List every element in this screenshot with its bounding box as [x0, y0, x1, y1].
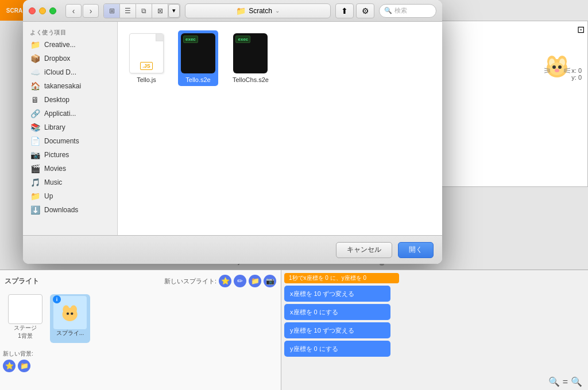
svg-point-17	[70, 305, 77, 314]
zoom-out-button[interactable]: 🔍	[548, 376, 560, 387]
add-sprite-camera-button[interactable]: 📷	[264, 275, 276, 287]
sidebar-item-applications[interactable]: 🔗 Applicati...	[23, 107, 117, 120]
stage-fullscreen-btn[interactable]: ⊡	[577, 24, 585, 35]
dropbox-icon: 📦	[30, 54, 40, 63]
minimize-button[interactable]	[39, 7, 46, 14]
add-bg-file-button[interactable]: 📁	[18, 360, 30, 372]
sidebar-item-desktop[interactable]: 🖥 Desktop	[23, 93, 117, 107]
file-name-tello-s2e: Tello.s2e	[185, 76, 210, 83]
add-sprite-pencil-button[interactable]: ✏	[234, 275, 246, 287]
sidebar: よく使う項目 📁 Creative... 📦 Dropbox ☁️ iCloud…	[23, 22, 118, 235]
svg-point-6	[552, 65, 556, 69]
sprites-grid: ステージ 1背景 i スプライ...	[3, 292, 278, 345]
music-icon: 🎵	[30, 178, 40, 187]
add-sprite-paint-button[interactable]: ⭐	[219, 275, 231, 287]
code-block-truncated: 1秒でx座標を 0 に、y座標を 0	[284, 273, 399, 283]
file-name-tello-chs: TelloChs.s2e	[233, 76, 269, 83]
file-tello-js[interactable]: .JS Tello.js	[126, 30, 167, 86]
sprite-info-badge[interactable]: i	[53, 295, 61, 303]
view-dropdown[interactable]: ▾	[168, 4, 180, 18]
sidebar-item-documents[interactable]: 📄 Documents	[23, 134, 117, 148]
action-buttons: ⬆ ⚙	[335, 3, 374, 18]
exec-file-icon-s2e: exec	[181, 33, 215, 73]
code-block-y-set[interactable]: y座標を 0 にする	[284, 341, 390, 357]
sprites-panel: スプライト 新しいスプライト: ⭐ ✏ 📁 📷 ステージ 1背景 i	[0, 270, 281, 390]
action-button[interactable]: ⚙	[356, 3, 374, 18]
bottom-panel: スプライト 新しいスプライト: ⭐ ✏ 📁 📷 ステージ 1背景 i	[0, 270, 588, 390]
cancel-button[interactable]: キャンセル	[336, 242, 392, 258]
coverflow-view-button[interactable]: ⊠	[152, 4, 168, 18]
sidebar-item-takanesakai[interactable]: 🏠 takanesakai	[23, 79, 117, 93]
search-icon: 🔍	[384, 7, 392, 14]
dialog-footer: キャンセル 開く	[23, 235, 442, 264]
up-folder-icon: 📁	[30, 192, 40, 201]
sprites-header: スプライト 新しいスプライト: ⭐ ✏ 📁 📷	[3, 273, 278, 289]
sidebar-item-icloud[interactable]: ☁️ iCloud D...	[23, 65, 117, 79]
code-block-y-change[interactable]: y座標を 10 ずつ変える	[284, 322, 390, 338]
zoom-controls: 🔍 = 🔍	[548, 376, 582, 387]
cloud-icon: ☁️	[30, 68, 40, 77]
svg-point-18	[67, 313, 69, 315]
sprite-label: スプライ...	[56, 329, 84, 337]
list-view-button[interactable]: ☰	[120, 4, 136, 18]
sidebar-item-library[interactable]: 📚 Library	[23, 120, 117, 134]
file-dialog: ‹ › ⊞ ☰ ⧉ ⊠ ▾ 📁 Scratch ⌄ ⬆ ⚙ 🔍 検索	[23, 0, 442, 264]
stage-item[interactable]: ステージ 1背景	[5, 294, 45, 340]
svg-point-8	[555, 69, 559, 72]
sprite-item[interactable]: i スプライ...	[50, 294, 90, 343]
documents-icon: 📄	[30, 136, 40, 146]
code-panel: 1秒でx座標を 0 に、y座標を 0 x座標を 10 ずつ変える x座標を 0 …	[281, 270, 588, 390]
stage-coord-display: x: 0 y: 0	[571, 67, 582, 81]
dialog-titlebar: ‹ › ⊞ ☰ ⧉ ⊠ ▾ 📁 Scratch ⌄ ⬆ ⚙ 🔍 検索	[23, 0, 442, 22]
code-block-x-change[interactable]: x座標を 10 ずつ変える	[284, 286, 390, 302]
sidebar-item-creative[interactable]: 📁 Creative...	[23, 38, 117, 52]
open-button[interactable]: 開く	[398, 242, 434, 258]
downloads-icon: ⬇️	[30, 205, 40, 214]
maximize-button[interactable]	[49, 7, 56, 14]
code-block-x-set[interactable]: x座標を 0 にする	[284, 304, 390, 320]
back-button[interactable]: ‹	[65, 4, 82, 18]
file-tello-chs[interactable]: exec TelloChs.s2e	[230, 30, 272, 86]
stage-thumbnail	[8, 294, 42, 324]
zoom-in-button[interactable]: 🔍	[571, 376, 582, 387]
add-bg-paint-button[interactable]: ⭐	[3, 360, 16, 372]
svg-point-16	[63, 305, 69, 314]
zoom-reset-button[interactable]: =	[563, 377, 568, 387]
sidebar-item-dropbox[interactable]: 📦 Dropbox	[23, 52, 117, 65]
search-bar[interactable]: 🔍 検索	[379, 4, 436, 18]
applications-icon: 🔗	[30, 109, 40, 118]
file-name-tello-js: Tello.js	[137, 76, 156, 83]
folder-icon: 📁	[30, 40, 40, 49]
movies-icon: 🎬	[30, 164, 40, 173]
sidebar-item-downloads[interactable]: ⬇️ Downloads	[23, 203, 117, 217]
dialog-body: よく使う項目 📁 Creative... 📦 Dropbox ☁️ iCloud…	[23, 22, 442, 235]
traffic-lights	[29, 7, 56, 14]
desktop-icon: 🖥	[30, 95, 40, 104]
pictures-icon: 📷	[30, 150, 40, 159]
nav-buttons: ‹ ›	[65, 4, 99, 18]
add-sprite-file-button[interactable]: 📁	[249, 275, 261, 287]
svg-point-19	[71, 313, 73, 315]
svg-point-7	[558, 65, 562, 69]
column-view-button[interactable]: ⧉	[136, 4, 152, 18]
forward-button[interactable]: ›	[83, 4, 99, 18]
js-file-icon: .JS	[129, 33, 164, 73]
sidebar-section-label: よく使う項目	[23, 26, 117, 38]
file-browser-content: .JS Tello.js exec Tello.s2e exec TelloCh…	[118, 22, 442, 235]
sidebar-item-movies[interactable]: 🎬 Movies	[23, 162, 117, 176]
home-icon: 🏠	[30, 81, 40, 91]
icon-view-button[interactable]: ⊞	[104, 4, 120, 18]
file-tello-s2e[interactable]: exec Tello.s2e	[178, 30, 218, 86]
share-button[interactable]: ⬆	[335, 3, 354, 18]
close-button[interactable]	[29, 7, 36, 14]
stage-cat	[541, 50, 573, 84]
code-blocks-list: x座標を 10 ずつ変える x座標を 0 にする y座標を 10 ずつ変える y…	[284, 286, 585, 357]
view-buttons: ⊞ ☰ ⧉ ⊠ ▾	[103, 3, 180, 18]
sidebar-item-music[interactable]: 🎵 Music	[23, 176, 117, 189]
sidebar-item-pictures[interactable]: 📷 Pictures	[23, 148, 117, 162]
location-bar[interactable]: 📁 Scratch ⌄	[185, 3, 331, 18]
sidebar-item-up[interactable]: 📁 Up	[23, 189, 117, 203]
exec-file-icon-chs: exec	[233, 33, 268, 73]
library-icon: 📚	[30, 123, 40, 132]
